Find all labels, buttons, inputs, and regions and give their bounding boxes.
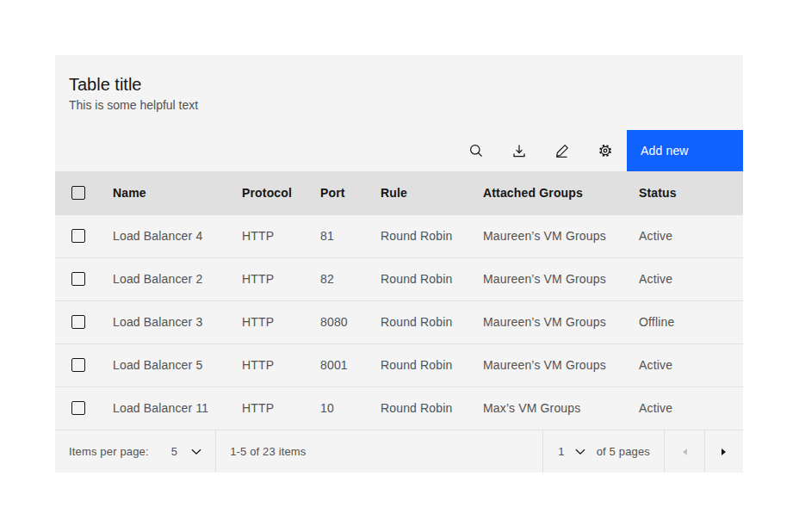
table-row: Load Balancer 3 HTTP 8080 Round Robin Ma… bbox=[55, 300, 743, 343]
data-table-card: Table title This is some helpful text bbox=[55, 55, 743, 473]
cell-name: Load Balancer 5 bbox=[99, 343, 228, 387]
page-size-value: 5 bbox=[171, 445, 177, 458]
cell-rule: Round Robin bbox=[367, 257, 469, 300]
pagination-left: Items per page: 5 1-5 of 23 items bbox=[55, 430, 307, 473]
cell-rule: Round Robin bbox=[367, 300, 469, 343]
select-all-checkbox[interactable] bbox=[71, 186, 85, 200]
cell-name: Load Balancer 2 bbox=[99, 257, 228, 300]
table-toolbar: Add new bbox=[55, 130, 743, 171]
cell-name: Load Balancer 11 bbox=[99, 387, 228, 430]
table-row: Load Balancer 2 HTTP 82 Round Robin Maur… bbox=[55, 257, 743, 300]
header-row: Name Protocol Port Rule Attached Groups … bbox=[55, 171, 743, 214]
settings-icon bbox=[598, 144, 612, 158]
cell-protocol: HTTP bbox=[228, 257, 307, 300]
column-header-protocol: Protocol bbox=[228, 171, 307, 214]
caret-left-icon bbox=[681, 448, 688, 456]
cell-name: Load Balancer 3 bbox=[99, 300, 228, 343]
table-body: Load Balancer 4 HTTP 81 Round Robin Maur… bbox=[55, 214, 743, 430]
download-button[interactable] bbox=[498, 130, 541, 171]
items-per-page-label: Items per page: bbox=[69, 430, 149, 473]
page-size-select[interactable]: 5 bbox=[158, 430, 216, 473]
cell-port: 10 bbox=[307, 387, 367, 430]
pagination-right: 1 of 5 pages bbox=[542, 430, 743, 473]
search-button[interactable] bbox=[455, 130, 498, 171]
cell-attached-groups: Maureen’s VM Groups bbox=[469, 214, 625, 257]
row-checkbox[interactable] bbox=[71, 229, 85, 243]
row-checkbox[interactable] bbox=[71, 272, 85, 286]
page-number-select[interactable]: 1 bbox=[543, 430, 596, 473]
cell-port: 8080 bbox=[307, 300, 367, 343]
cell-attached-groups: Maureen’s VM Groups bbox=[469, 343, 625, 387]
column-header-status: Status bbox=[625, 171, 743, 214]
next-page-button[interactable] bbox=[704, 430, 743, 473]
download-icon bbox=[512, 144, 526, 158]
table-row: Load Balancer 5 HTTP 8001 Round Robin Ma… bbox=[55, 343, 743, 387]
settings-button[interactable] bbox=[584, 130, 627, 171]
column-header-attached-groups: Attached Groups bbox=[469, 171, 625, 214]
table-title: Table title bbox=[69, 73, 729, 96]
cell-attached-groups: Maureen’s VM Groups bbox=[469, 300, 625, 343]
row-checkbox[interactable] bbox=[71, 401, 85, 415]
cell-status: Active bbox=[625, 343, 743, 387]
chevron-down-icon bbox=[191, 448, 201, 455]
cell-attached-groups: Maureen’s VM Groups bbox=[469, 257, 625, 300]
cell-protocol: HTTP bbox=[228, 300, 307, 343]
column-header-name: Name bbox=[99, 171, 228, 214]
cell-protocol: HTTP bbox=[228, 343, 307, 387]
cell-attached-groups: Max’s VM Groups bbox=[469, 387, 625, 430]
cell-status: Active bbox=[625, 387, 743, 430]
cell-rule: Round Robin bbox=[367, 387, 469, 430]
previous-page-button[interactable] bbox=[664, 430, 704, 473]
search-icon bbox=[469, 144, 483, 158]
cell-rule: Round Robin bbox=[367, 343, 469, 387]
pagination-bar: Items per page: 5 1-5 of 23 items 1 of 5… bbox=[55, 430, 743, 473]
cell-status: Offline bbox=[625, 300, 743, 343]
table-row: Load Balancer 4 HTTP 81 Round Robin Maur… bbox=[55, 214, 743, 257]
cell-protocol: HTTP bbox=[228, 214, 307, 257]
cell-port: 8001 bbox=[307, 343, 367, 387]
cell-rule: Round Robin bbox=[367, 214, 469, 257]
edit-button[interactable] bbox=[541, 130, 584, 171]
caret-right-icon bbox=[721, 448, 728, 456]
table-title-block: Table title This is some helpful text bbox=[55, 55, 743, 130]
cell-protocol: HTTP bbox=[228, 387, 307, 430]
chevron-down-icon bbox=[575, 448, 585, 455]
cell-status: Active bbox=[625, 257, 743, 300]
cell-name: Load Balancer 4 bbox=[99, 214, 228, 257]
table-row: Load Balancer 11 HTTP 10 Round Robin Max… bbox=[55, 387, 743, 430]
edit-icon bbox=[555, 144, 569, 158]
add-new-button[interactable]: Add new bbox=[627, 130, 743, 171]
cell-status: Active bbox=[625, 214, 743, 257]
row-checkbox[interactable] bbox=[71, 358, 85, 372]
table-description: This is some helpful text bbox=[69, 97, 729, 113]
data-table: Name Protocol Port Rule Attached Groups … bbox=[55, 171, 743, 430]
items-range-text: 1-5 of 23 items bbox=[230, 430, 306, 473]
row-checkbox[interactable] bbox=[71, 315, 85, 329]
table-header: Name Protocol Port Rule Attached Groups … bbox=[55, 171, 743, 214]
column-header-port: Port bbox=[307, 171, 367, 214]
column-header-rule: Rule bbox=[367, 171, 469, 214]
total-pages-text: of 5 pages bbox=[597, 430, 650, 473]
cell-port: 82 bbox=[307, 257, 367, 300]
current-page-value: 1 bbox=[558, 445, 564, 458]
cell-port: 81 bbox=[307, 214, 367, 257]
